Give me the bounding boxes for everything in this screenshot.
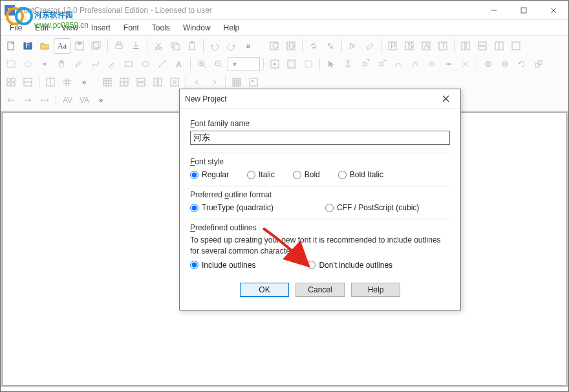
layout-3-icon[interactable] — [491, 38, 507, 54]
freehand-icon[interactable] — [87, 56, 103, 72]
table-5-icon[interactable] — [167, 74, 182, 90]
char-table-icon[interactable] — [229, 74, 244, 90]
fit-selection-icon[interactable] — [301, 56, 316, 72]
redo-icon[interactable] — [224, 38, 239, 54]
new-file-icon[interactable] — [3, 38, 19, 54]
tangent-icon[interactable] — [441, 56, 456, 72]
panel-s-icon[interactable]: S — [402, 38, 417, 54]
rect-icon[interactable] — [121, 56, 136, 72]
layout-4-icon[interactable] — [508, 38, 524, 54]
radio-italic[interactable]: Italic — [247, 170, 275, 179]
knife-icon[interactable] — [104, 56, 120, 72]
ellipse-icon[interactable] — [138, 56, 153, 72]
complete-composite-icon[interactable]: C — [266, 38, 282, 54]
fit-glyph-icon[interactable] — [267, 56, 283, 72]
toolbar-overflow-icon[interactable]: » — [76, 74, 92, 90]
paste-icon[interactable] — [184, 38, 200, 54]
anchor-icon[interactable] — [340, 56, 356, 72]
corner-icon[interactable] — [407, 56, 423, 72]
kerning-icon[interactable]: AV — [59, 93, 75, 108]
menu-help[interactable]: Help — [217, 21, 246, 34]
metric-left-icon[interactable] — [3, 93, 19, 108]
table-2-icon[interactable] — [116, 74, 132, 90]
ok-button[interactable]: OK — [240, 283, 289, 297]
next-glyph-icon[interactable] — [206, 74, 222, 90]
save-all-icon[interactable] — [89, 38, 104, 54]
print-icon[interactable] — [111, 38, 127, 54]
export-icon[interactable] — [128, 38, 144, 54]
measure-icon[interactable] — [155, 56, 170, 72]
grid-1-icon[interactable] — [3, 74, 19, 90]
sample-glyph-button[interactable]: Aa — [54, 38, 70, 54]
menu-view[interactable]: View — [55, 21, 85, 34]
prev-glyph-icon[interactable] — [189, 74, 205, 90]
radio-bold[interactable]: Bold — [293, 170, 320, 179]
eraser-icon[interactable] — [362, 38, 378, 54]
open-icon[interactable] — [37, 38, 52, 54]
cut-icon[interactable] — [151, 38, 166, 54]
smooth-icon[interactable] — [424, 56, 440, 72]
del-point-icon[interactable]: − — [374, 56, 389, 72]
table-4-icon[interactable] — [150, 74, 166, 90]
pointer-icon[interactable] — [323, 56, 339, 72]
layout-2-icon[interactable] — [475, 38, 490, 54]
scale-icon[interactable] — [531, 56, 546, 72]
join-icon[interactable] — [458, 56, 473, 72]
metric-both-icon[interactable] — [37, 93, 52, 108]
zoom-out-icon[interactable] — [211, 56, 226, 72]
rotate-icon[interactable] — [514, 56, 530, 72]
font-family-input[interactable] — [190, 131, 450, 145]
copy-icon[interactable] — [167, 38, 183, 54]
panel-a-icon[interactable]: A — [418, 38, 434, 54]
char-select-icon[interactable] — [246, 74, 261, 90]
flip-v-icon[interactable] — [497, 56, 513, 72]
dialog-close-button[interactable] — [436, 89, 455, 109]
grid-2-icon[interactable] — [20, 74, 36, 90]
pen-icon[interactable] — [70, 56, 86, 72]
radio-regular[interactable]: Regular — [190, 170, 229, 179]
radio-cff[interactable]: CFF / PostScript (cubic) — [325, 203, 419, 212]
zoom-combo[interactable]: ▾ — [228, 57, 260, 71]
panel-t-icon[interactable]: T — [435, 38, 451, 54]
menu-window[interactable]: Window — [177, 21, 217, 34]
flip-h-icon[interactable] — [480, 56, 496, 72]
link-icon[interactable] — [306, 38, 321, 54]
radio-bold-italic[interactable]: Bold Italic — [338, 170, 383, 179]
grid-toggle-icon[interactable] — [59, 74, 75, 90]
radio-include-outlines[interactable]: Include outlines — [190, 261, 255, 270]
hand-icon[interactable] — [54, 56, 69, 72]
unlink-icon[interactable] — [323, 38, 338, 54]
table-1-icon[interactable] — [100, 74, 115, 90]
close-button[interactable] — [539, 1, 568, 20]
menu-font[interactable]: Font — [117, 21, 145, 34]
select-rect-icon[interactable] — [3, 56, 19, 72]
undo-icon[interactable] — [207, 38, 222, 54]
cancel-button[interactable]: Cancel — [295, 283, 345, 297]
menu-file[interactable]: File — [3, 21, 28, 34]
radio-dont-include[interactable]: Don't include outlines — [307, 261, 392, 270]
menu-insert[interactable]: Insert — [85, 21, 117, 34]
menu-tools[interactable]: Tools — [145, 21, 177, 34]
metric-right-icon[interactable] — [20, 93, 36, 108]
add-point-icon[interactable]: + — [357, 56, 372, 72]
menu-edit[interactable]: Edit — [28, 21, 55, 34]
select-free-icon[interactable] — [20, 56, 36, 72]
radio-truetype[interactable]: TrueType (quadratic) — [190, 203, 274, 212]
snap-guide-icon[interactable] — [43, 74, 58, 90]
zoom-in-icon[interactable] — [194, 56, 209, 72]
new-font-icon[interactable]: F — [20, 38, 36, 54]
glyph-group-icon[interactable]: G — [283, 38, 299, 54]
help-button[interactable]: Help — [351, 283, 400, 297]
toolbar-overflow-icon[interactable]: » — [93, 93, 109, 108]
save-icon[interactable] — [72, 38, 87, 54]
layout-1-icon[interactable] — [458, 38, 473, 54]
function-icon[interactable]: fx — [345, 38, 361, 54]
curve-icon[interactable] — [391, 56, 406, 72]
text-a-icon[interactable]: A — [171, 56, 187, 72]
maximize-button[interactable] — [509, 1, 539, 20]
node-icon[interactable] — [37, 56, 52, 72]
table-3-icon[interactable] — [133, 74, 149, 90]
toolbar-overflow-icon[interactable]: » — [241, 38, 256, 54]
panel-p-icon[interactable]: P — [385, 38, 400, 54]
fit-window-icon[interactable] — [284, 56, 299, 72]
